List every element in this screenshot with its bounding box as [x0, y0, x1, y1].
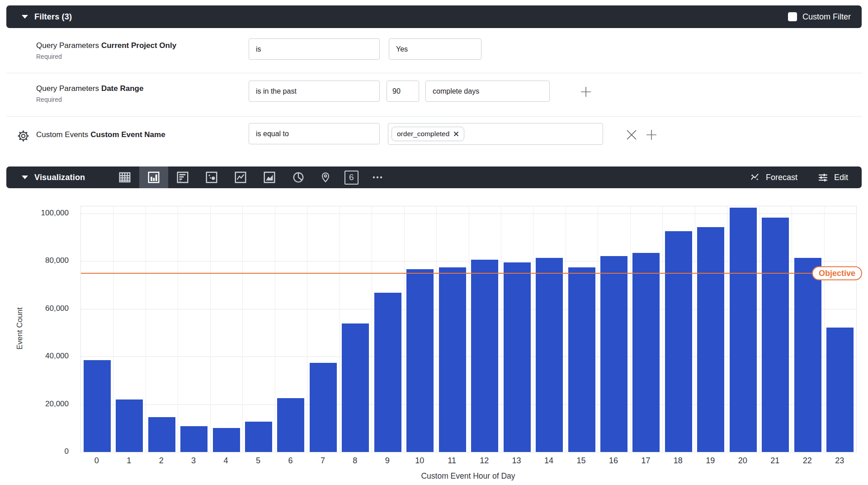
- bar-hour-2[interactable]: [148, 417, 175, 452]
- add-filter-icon[interactable]: [645, 128, 658, 143]
- filter-group: Query Parameters: [36, 84, 99, 93]
- x-tick-label: 3: [177, 456, 209, 466]
- x-tick-label: 14: [533, 456, 565, 466]
- row-divider: [6, 73, 862, 73]
- bar-hour-19[interactable]: [697, 227, 724, 452]
- filter-value-chip[interactable]: order_completed: [392, 127, 464, 141]
- custom-filter-toggle[interactable]: Custom Filter: [788, 12, 862, 22]
- bar-hour-4[interactable]: [213, 428, 240, 452]
- viz-type-bar-chart-button[interactable]: [168, 166, 197, 188]
- filter-group: Custom Events: [36, 130, 88, 139]
- bar-slot: [404, 206, 436, 452]
- bar-slot: [533, 206, 565, 452]
- bar-hour-8[interactable]: [342, 323, 369, 452]
- unit-input[interactable]: [425, 81, 550, 102]
- bar-slot: [242, 206, 274, 452]
- filter-value-input[interactable]: [389, 38, 481, 60]
- bar-slot: [501, 206, 533, 452]
- bar-slot: [824, 206, 856, 452]
- edit-label: Edit: [834, 173, 848, 182]
- remove-chip-x-icon[interactable]: [453, 131, 459, 137]
- bar-hour-20[interactable]: [730, 208, 757, 452]
- x-tick-label: 6: [274, 456, 307, 466]
- bar-hour-9[interactable]: [374, 293, 401, 452]
- bar-hour-15[interactable]: [568, 267, 595, 452]
- bar-hour-10[interactable]: [406, 269, 434, 452]
- amount-input[interactable]: [387, 81, 419, 102]
- edit-button[interactable]: Edit: [817, 172, 848, 183]
- filter-field: Custom Event Name: [90, 130, 165, 139]
- bar-hour-11[interactable]: [439, 267, 466, 452]
- x-icon: [625, 128, 638, 142]
- filter-values-tag-input[interactable]: order_completed: [388, 123, 603, 145]
- row-divider: [6, 116, 862, 117]
- operator-input[interactable]: [249, 38, 380, 60]
- horizontal-bar-chart-icon: [176, 171, 189, 184]
- bar-slot: [81, 206, 113, 452]
- bar-hour-12[interactable]: [471, 260, 498, 452]
- bar-hour-22[interactable]: [794, 258, 821, 452]
- viz-type-map-button[interactable]: [313, 166, 338, 188]
- add-filter-icon[interactable]: [579, 85, 593, 100]
- y-tick-label: 100,000: [41, 209, 69, 218]
- bar-hour-17[interactable]: [632, 253, 660, 452]
- bar-slot: [146, 206, 178, 452]
- viz-more-types-button[interactable]: [364, 166, 391, 188]
- filters-collapse-caret-icon[interactable]: [22, 15, 28, 19]
- bar-hour-14[interactable]: [536, 258, 563, 452]
- bar-hour-13[interactable]: [504, 262, 531, 452]
- map-pin-icon: [320, 171, 331, 184]
- scatter-plot-icon: [205, 171, 218, 184]
- viz-type-area-chart-button[interactable]: [255, 166, 284, 188]
- line-chart-icon: [234, 171, 247, 184]
- x-tick-label: 8: [339, 456, 371, 466]
- bar-slot: [598, 206, 630, 452]
- operator-input[interactable]: [249, 81, 380, 102]
- viz-type-line-chart-button[interactable]: [226, 166, 255, 188]
- filters-header-bar: Filters (3) Custom Filter: [6, 5, 862, 28]
- x-tick-label: 17: [630, 456, 662, 466]
- viz-type-table-button[interactable]: [110, 166, 139, 188]
- plot-area: Objective: [80, 206, 857, 452]
- bar-slot: [727, 206, 759, 452]
- plus-icon: [579, 85, 593, 99]
- bar-hour-6[interactable]: [277, 398, 304, 452]
- filter-field: Current Project Only: [101, 41, 176, 50]
- x-tick-label: 9: [371, 456, 403, 466]
- ellipsis-icon: [371, 171, 384, 184]
- operator-input[interactable]: [249, 123, 380, 144]
- bar-slot: [113, 206, 145, 452]
- bar-hour-16[interactable]: [600, 256, 627, 452]
- x-axis-labels: 01234567891011121314151617181920212223: [80, 456, 856, 466]
- viz-type-scatter-button[interactable]: [197, 166, 226, 188]
- viz-type-single-value-button[interactable]: 6: [338, 166, 364, 188]
- pie-chart-icon: [292, 171, 305, 184]
- bar-hour-1[interactable]: [116, 399, 143, 452]
- filter-settings-gear-icon[interactable]: [17, 129, 30, 144]
- objective-label[interactable]: Objective: [812, 266, 862, 280]
- bar-hour-7[interactable]: [310, 363, 337, 452]
- bar-slot: [695, 206, 727, 452]
- custom-filter-checkbox[interactable]: [788, 12, 797, 21]
- bar-hour-0[interactable]: [84, 360, 111, 452]
- forecast-button[interactable]: Forecast: [750, 172, 797, 183]
- x-tick-label: 18: [662, 456, 694, 466]
- bar-hour-21[interactable]: [762, 218, 789, 452]
- bar-hour-3[interactable]: [180, 426, 208, 452]
- x-tick-label: 12: [468, 456, 500, 466]
- x-tick-label: 13: [500, 456, 533, 466]
- viz-type-pie-chart-button[interactable]: [284, 166, 313, 188]
- viz-collapse-caret-icon[interactable]: [22, 176, 28, 179]
- filters-header-left: Filters (3): [6, 12, 72, 22]
- chip-label: order_completed: [397, 130, 449, 138]
- bar-hour-5[interactable]: [245, 422, 272, 452]
- x-tick-label: 1: [113, 456, 145, 466]
- edit-sliders-icon: [817, 172, 829, 183]
- explore-page: Filters (3) Custom Filter Query Paramete…: [0, 0, 868, 485]
- bar-hour-23[interactable]: [826, 328, 854, 452]
- filter-name: Query ParametersCurrent Project Only: [36, 41, 176, 50]
- viz-type-column-chart-button[interactable]: [139, 166, 168, 188]
- required-label: Required: [36, 96, 143, 103]
- bar-hour-18[interactable]: [665, 231, 692, 452]
- remove-filter-icon[interactable]: [625, 128, 638, 143]
